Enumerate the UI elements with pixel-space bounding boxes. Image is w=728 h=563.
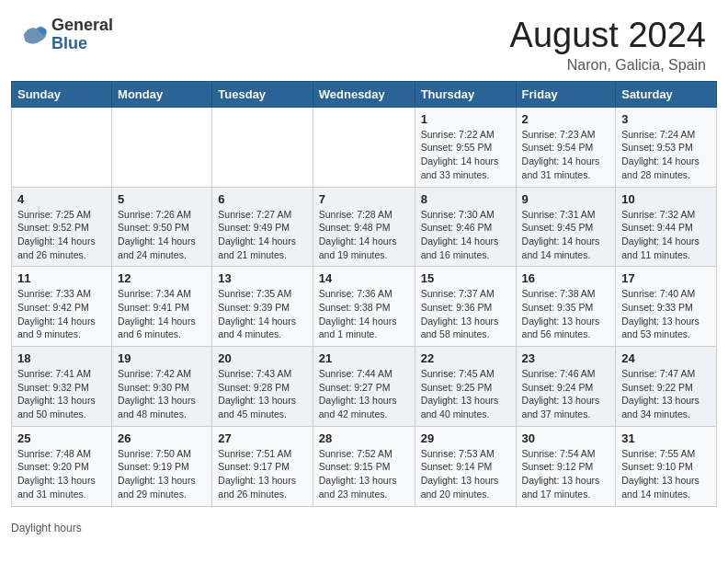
day-cell: 1Sunrise: 7:22 AM Sunset: 9:55 PM Daylig… <box>415 107 516 187</box>
month-year: August 2024 <box>510 17 706 55</box>
day-cell: 3Sunrise: 7:24 AM Sunset: 9:53 PM Daylig… <box>616 107 717 187</box>
day-cell: 10Sunrise: 7:32 AM Sunset: 9:44 PM Dayli… <box>616 187 717 267</box>
day-info: Sunrise: 7:41 AM Sunset: 9:32 PM Dayligh… <box>17 367 106 421</box>
day-info: Sunrise: 7:33 AM Sunset: 9:42 PM Dayligh… <box>17 287 106 341</box>
logo-blue: Blue <box>51 34 87 52</box>
day-number: 30 <box>522 431 610 445</box>
day-cell: 20Sunrise: 7:43 AM Sunset: 9:28 PM Dayli… <box>212 347 313 427</box>
calendar-table: SundayMondayTuesdayWednesdayThursdayFrid… <box>11 81 717 507</box>
day-number: 2 <box>522 112 610 126</box>
day-cell: 31Sunrise: 7:55 AM Sunset: 9:10 PM Dayli… <box>616 426 717 506</box>
day-info: Sunrise: 7:22 AM Sunset: 9:55 PM Dayligh… <box>421 128 510 182</box>
day-info: Sunrise: 7:26 AM Sunset: 9:50 PM Dayligh… <box>118 208 206 262</box>
week-row-1: 1Sunrise: 7:22 AM Sunset: 9:55 PM Daylig… <box>12 107 717 187</box>
col-header-thursday: Thursday <box>415 81 516 107</box>
col-header-tuesday: Tuesday <box>212 81 313 107</box>
day-number: 16 <box>522 271 610 285</box>
day-info: Sunrise: 7:24 AM Sunset: 9:53 PM Dayligh… <box>621 128 711 182</box>
location: Naron, Galicia, Spain <box>510 57 706 74</box>
day-info: Sunrise: 7:32 AM Sunset: 9:44 PM Dayligh… <box>621 208 711 262</box>
day-number: 29 <box>421 431 510 445</box>
day-info: Sunrise: 7:54 AM Sunset: 9:12 PM Dayligh… <box>522 447 610 501</box>
day-number: 8 <box>421 192 510 206</box>
col-header-wednesday: Wednesday <box>313 81 415 107</box>
day-cell: 19Sunrise: 7:42 AM Sunset: 9:30 PM Dayli… <box>112 347 212 427</box>
calendar-container: SundayMondayTuesdayWednesdayThursdayFrid… <box>0 81 728 518</box>
day-number: 5 <box>118 192 206 206</box>
day-cell: 16Sunrise: 7:38 AM Sunset: 9:35 PM Dayli… <box>516 267 616 347</box>
day-number: 31 <box>621 431 711 445</box>
day-number: 17 <box>621 271 711 285</box>
day-cell: 7Sunrise: 7:28 AM Sunset: 9:48 PM Daylig… <box>313 187 415 267</box>
logo: General Blue <box>22 17 113 53</box>
day-info: Sunrise: 7:44 AM Sunset: 9:27 PM Dayligh… <box>319 367 409 421</box>
day-number: 19 <box>118 351 206 365</box>
day-info: Sunrise: 7:53 AM Sunset: 9:14 PM Dayligh… <box>421 447 510 501</box>
day-number: 10 <box>621 192 711 206</box>
day-info: Sunrise: 7:46 AM Sunset: 9:24 PM Dayligh… <box>522 367 610 421</box>
day-number: 26 <box>118 431 206 445</box>
header: General Blue August 2024 Naron, Galicia,… <box>0 0 728 81</box>
day-number: 21 <box>319 351 409 365</box>
day-cell: 26Sunrise: 7:50 AM Sunset: 9:19 PM Dayli… <box>112 426 212 506</box>
day-info: Sunrise: 7:31 AM Sunset: 9:45 PM Dayligh… <box>522 208 610 262</box>
day-info: Sunrise: 7:47 AM Sunset: 9:22 PM Dayligh… <box>621 367 711 421</box>
day-info: Sunrise: 7:51 AM Sunset: 9:17 PM Dayligh… <box>218 447 306 501</box>
day-cell: 28Sunrise: 7:52 AM Sunset: 9:15 PM Dayli… <box>313 426 415 506</box>
week-row-2: 4Sunrise: 7:25 AM Sunset: 9:52 PM Daylig… <box>12 187 717 267</box>
col-header-monday: Monday <box>112 81 212 107</box>
day-info: Sunrise: 7:25 AM Sunset: 9:52 PM Dayligh… <box>17 208 106 262</box>
day-info: Sunrise: 7:43 AM Sunset: 9:28 PM Dayligh… <box>218 367 306 421</box>
day-info: Sunrise: 7:52 AM Sunset: 9:15 PM Dayligh… <box>319 447 409 501</box>
day-cell: 9Sunrise: 7:31 AM Sunset: 9:45 PM Daylig… <box>516 187 616 267</box>
day-number: 11 <box>17 271 106 285</box>
day-info: Sunrise: 7:48 AM Sunset: 9:20 PM Dayligh… <box>17 447 106 501</box>
day-number: 18 <box>17 351 106 365</box>
day-number: 25 <box>17 431 106 445</box>
day-number: 6 <box>218 192 306 206</box>
col-header-friday: Friday <box>516 81 616 107</box>
day-cell: 23Sunrise: 7:46 AM Sunset: 9:24 PM Dayli… <box>516 347 616 427</box>
day-info: Sunrise: 7:37 AM Sunset: 9:36 PM Dayligh… <box>421 287 510 341</box>
day-cell: 13Sunrise: 7:35 AM Sunset: 9:39 PM Dayli… <box>212 267 313 347</box>
day-cell: 6Sunrise: 7:27 AM Sunset: 9:49 PM Daylig… <box>212 187 313 267</box>
logo-icon <box>22 22 48 48</box>
title-block: August 2024 Naron, Galicia, Spain <box>510 17 706 74</box>
day-cell: 8Sunrise: 7:30 AM Sunset: 9:46 PM Daylig… <box>415 187 516 267</box>
day-cell: 24Sunrise: 7:47 AM Sunset: 9:22 PM Dayli… <box>616 347 717 427</box>
week-row-5: 25Sunrise: 7:48 AM Sunset: 9:20 PM Dayli… <box>12 426 717 506</box>
day-cell: 29Sunrise: 7:53 AM Sunset: 9:14 PM Dayli… <box>415 426 516 506</box>
day-cell: 12Sunrise: 7:34 AM Sunset: 9:41 PM Dayli… <box>112 267 212 347</box>
day-cell: 15Sunrise: 7:37 AM Sunset: 9:36 PM Dayli… <box>415 267 516 347</box>
day-info: Sunrise: 7:38 AM Sunset: 9:35 PM Dayligh… <box>522 287 610 341</box>
day-number: 13 <box>218 271 306 285</box>
day-cell: 4Sunrise: 7:25 AM Sunset: 9:52 PM Daylig… <box>12 187 112 267</box>
logo-general: General <box>51 16 113 34</box>
day-cell: 14Sunrise: 7:36 AM Sunset: 9:38 PM Dayli… <box>313 267 415 347</box>
day-number: 15 <box>421 271 510 285</box>
day-number: 9 <box>522 192 610 206</box>
day-info: Sunrise: 7:23 AM Sunset: 9:54 PM Dayligh… <box>522 128 610 182</box>
day-info: Sunrise: 7:35 AM Sunset: 9:39 PM Dayligh… <box>218 287 306 341</box>
day-cell: 22Sunrise: 7:45 AM Sunset: 9:25 PM Dayli… <box>415 347 516 427</box>
day-number: 4 <box>17 192 106 206</box>
day-number: 12 <box>118 271 206 285</box>
day-info: Sunrise: 7:45 AM Sunset: 9:25 PM Dayligh… <box>421 367 510 421</box>
logo-text: General Blue <box>51 17 113 53</box>
footer: Daylight hours <box>0 518 728 542</box>
day-cell: 25Sunrise: 7:48 AM Sunset: 9:20 PM Dayli… <box>12 426 112 506</box>
day-info: Sunrise: 7:36 AM Sunset: 9:38 PM Dayligh… <box>319 287 409 341</box>
day-info: Sunrise: 7:40 AM Sunset: 9:33 PM Dayligh… <box>621 287 711 341</box>
day-cell: 2Sunrise: 7:23 AM Sunset: 9:54 PM Daylig… <box>516 107 616 187</box>
day-info: Sunrise: 7:30 AM Sunset: 9:46 PM Dayligh… <box>421 208 510 262</box>
day-info: Sunrise: 7:55 AM Sunset: 9:10 PM Dayligh… <box>621 447 711 501</box>
week-row-4: 18Sunrise: 7:41 AM Sunset: 9:32 PM Dayli… <box>12 347 717 427</box>
day-info: Sunrise: 7:27 AM Sunset: 9:49 PM Dayligh… <box>218 208 306 262</box>
day-cell: 11Sunrise: 7:33 AM Sunset: 9:42 PM Dayli… <box>12 267 112 347</box>
day-number: 22 <box>421 351 510 365</box>
day-number: 7 <box>319 192 409 206</box>
day-number: 23 <box>522 351 610 365</box>
day-number: 1 <box>421 112 510 126</box>
day-cell: 5Sunrise: 7:26 AM Sunset: 9:50 PM Daylig… <box>112 187 212 267</box>
day-info: Sunrise: 7:50 AM Sunset: 9:19 PM Dayligh… <box>118 447 206 501</box>
